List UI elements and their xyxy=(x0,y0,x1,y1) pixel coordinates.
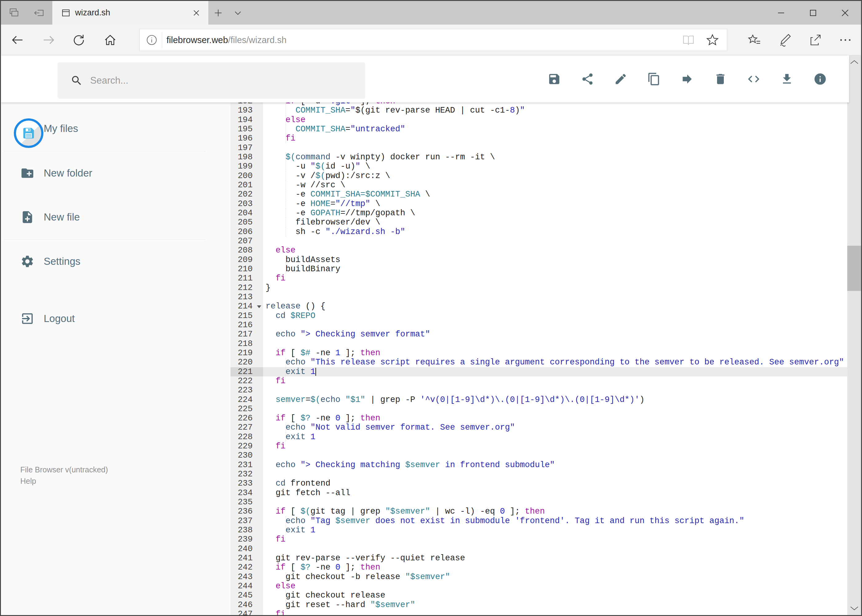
gutter-line-number[interactable]: 222 xyxy=(230,376,263,386)
save-button[interactable] xyxy=(545,70,564,88)
gutter-line-number[interactable]: 218 xyxy=(230,339,263,349)
gutter-line-number[interactable]: 216 xyxy=(230,321,263,330)
gutter-line-number[interactable]: 210 xyxy=(230,264,263,274)
gutter-line-number[interactable]: 204 xyxy=(230,209,263,218)
copy-button[interactable] xyxy=(645,70,663,88)
gutter-line-number[interactable]: 238 xyxy=(230,526,263,535)
gutter-line-number[interactable]: 205 xyxy=(230,218,263,227)
file-browser-logo[interactable] xyxy=(14,118,43,148)
code-line[interactable]: else xyxy=(263,581,847,591)
back-icon[interactable] xyxy=(5,25,30,55)
gutter-line-number[interactable]: 207 xyxy=(230,236,263,246)
gutter-line-number[interactable]: 228 xyxy=(230,432,263,442)
close-tab-icon[interactable] xyxy=(193,9,200,16)
code-line[interactable]: exit 1 xyxy=(263,526,847,535)
gutter-line-number[interactable]: 247 xyxy=(230,610,263,615)
gutter-line-number[interactable]: 197 xyxy=(230,143,263,152)
site-info-icon[interactable] xyxy=(146,34,158,46)
gutter-line-number[interactable]: 236 xyxy=(230,507,263,516)
info-button[interactable] xyxy=(811,70,829,88)
code-line[interactable]: fi xyxy=(263,376,847,386)
page-scrollbar[interactable] xyxy=(847,55,861,615)
code-line[interactable]: semver=$(echo "$1" | grep -P '^v(0|[1-9]… xyxy=(263,395,847,404)
gutter-line-number[interactable]: 230 xyxy=(230,451,263,460)
forward-icon[interactable] xyxy=(36,25,61,55)
code-line[interactable]: echo "Tag $semver does not exist in subm… xyxy=(263,516,847,526)
code-line[interactable]: sh -c "./wizard.sh -b" xyxy=(263,227,847,236)
code-line[interactable]: fi xyxy=(263,610,847,615)
gutter-line-number[interactable]: 194 xyxy=(230,115,263,124)
code-line[interactable]: -v /$(pwd):/src:z \ xyxy=(263,171,847,181)
gutter-line-number[interactable]: 246 xyxy=(230,600,263,610)
code-line[interactable]: buildBinary xyxy=(263,264,847,274)
minimize-button[interactable] xyxy=(765,1,797,25)
code-line[interactable]: cd frontend xyxy=(263,479,847,488)
share-button[interactable] xyxy=(578,70,597,88)
share-page-icon[interactable] xyxy=(803,25,827,55)
gutter-line-number[interactable]: 192 xyxy=(230,102,263,106)
code-line[interactable]: $(command -v winpty) docker run --rm -it… xyxy=(263,152,847,162)
gutter-line-number[interactable]: 245 xyxy=(230,591,263,600)
scroll-down-icon[interactable] xyxy=(847,603,861,614)
help-link[interactable]: Help xyxy=(20,477,36,486)
scrollbar-thumb[interactable] xyxy=(847,246,861,291)
code-line[interactable]: fi xyxy=(263,535,847,544)
code-line[interactable]: fi xyxy=(263,134,847,143)
tab-dropdown-icon[interactable] xyxy=(228,3,248,23)
favorite-star-icon[interactable] xyxy=(706,33,719,46)
search-input[interactable] xyxy=(90,75,365,86)
code-line[interactable] xyxy=(263,544,847,553)
code-line[interactable]: -e COMMIT_SHA=$COMMIT_SHA \ xyxy=(263,190,847,199)
gutter-line-number[interactable]: 203 xyxy=(230,199,263,209)
code-line[interactable] xyxy=(263,236,847,246)
sidebar-item-new-file[interactable]: New file xyxy=(1,200,216,234)
code-line[interactable] xyxy=(263,451,847,460)
code-line[interactable]: exit 1 xyxy=(263,432,847,442)
gutter-line-number[interactable]: 201 xyxy=(230,181,263,190)
gutter-line-number[interactable]: 198 xyxy=(230,152,263,162)
code-line[interactable]: COMMIT_SHA="untracked" xyxy=(263,124,847,134)
maximize-button[interactable] xyxy=(797,1,829,25)
sidebar-item-logout[interactable]: Logout xyxy=(1,302,216,336)
gutter-line-number[interactable]: 193 xyxy=(230,106,263,115)
gutter-line-number[interactable]: 243 xyxy=(230,572,263,581)
code-line[interactable]: } xyxy=(263,283,847,292)
code-line[interactable]: if [ -d ".git" ]; then xyxy=(263,102,847,106)
new-tab-icon[interactable] xyxy=(208,3,228,23)
code-line[interactable]: git fetch --all xyxy=(263,489,847,498)
code-line[interactable]: buildAssets xyxy=(263,255,847,264)
gutter-line-number[interactable]: 224 xyxy=(230,395,263,404)
move-button[interactable] xyxy=(678,70,697,88)
gutter-line-number[interactable]: 242 xyxy=(230,563,263,572)
code-line[interactable]: fi xyxy=(263,274,847,283)
gutter-line-number[interactable]: 244 xyxy=(230,581,263,591)
code-line[interactable] xyxy=(263,143,847,152)
address-bar[interactable]: filebrowser.web/files/wizard.sh xyxy=(139,29,727,51)
code-line[interactable]: else xyxy=(263,246,847,255)
download-button[interactable] xyxy=(778,70,796,88)
code-line[interactable] xyxy=(263,386,847,395)
gutter-line-number[interactable]: 232 xyxy=(230,470,263,479)
code-line[interactable] xyxy=(263,321,847,330)
gutter-line-number[interactable]: 221 xyxy=(230,367,263,376)
home-icon[interactable] xyxy=(98,25,123,55)
code-line[interactable]: echo "Not valid semver format. See semve… xyxy=(263,423,847,432)
code-line[interactable]: if [ $? -ne 0 ]; then xyxy=(263,563,847,572)
scroll-up-icon[interactable] xyxy=(847,57,861,68)
code-line[interactable] xyxy=(263,292,847,302)
code-line[interactable]: cd $REPO xyxy=(263,311,847,321)
gutter-line-number[interactable]: 235 xyxy=(230,498,263,507)
fold-arrow-icon[interactable] xyxy=(257,305,261,308)
code-line[interactable]: else xyxy=(263,115,847,124)
gutter-line-number[interactable]: 231 xyxy=(230,460,263,470)
gutter-line-number[interactable]: 219 xyxy=(230,349,263,358)
gutter-line-number[interactable]: 212 xyxy=(230,283,263,292)
gutter-line-number[interactable]: 226 xyxy=(230,414,263,423)
gutter-line-number[interactable]: 215 xyxy=(230,311,263,321)
code-line[interactable]: if [ $? -ne 0 ]; then xyxy=(263,414,847,423)
gutter-line-number[interactable]: 202 xyxy=(230,190,263,199)
reading-view-icon[interactable] xyxy=(682,33,695,46)
gutter-line-number[interactable]: 223 xyxy=(230,386,263,395)
tabs-aside-icon[interactable] xyxy=(30,3,49,23)
gutter-line-number[interactable]: 217 xyxy=(230,330,263,339)
